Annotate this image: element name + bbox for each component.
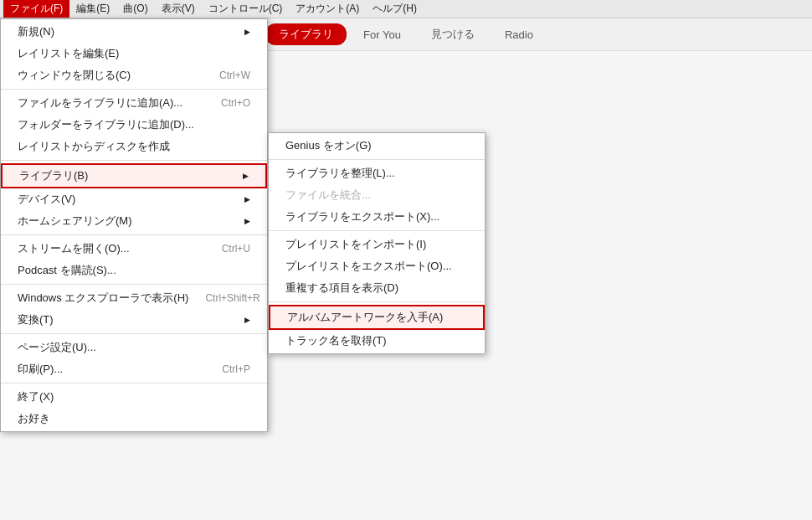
menubar-song[interactable]: 曲(O)	[116, 0, 154, 18]
separator-1	[1, 89, 267, 90]
menu-home-sharing[interactable]: ホームシェアリング(M)	[1, 210, 267, 232]
tab-discover[interactable]: 見つける	[418, 23, 488, 45]
shortcut-open-stream: Ctrl+U	[222, 243, 250, 255]
menu-convert[interactable]: 変換(T)	[1, 309, 267, 331]
submenu-export-library[interactable]: ライブラリをエクスポート(X)...	[269, 206, 485, 228]
menubar-control[interactable]: コントロール(C)	[202, 0, 290, 18]
menu-print[interactable]: 印刷(P)... Ctrl+P	[1, 358, 267, 380]
menu-show-explorer[interactable]: Windows エクスプローラで表示(H) Ctrl+Shift+R	[1, 287, 267, 309]
menu-create-disc[interactable]: レイリストからディスクを作成	[1, 136, 267, 157]
menu-page-setup[interactable]: ページ設定(U)...	[1, 337, 267, 358]
submenu-organize-library[interactable]: ライブラリを整理(L)...	[269, 162, 485, 184]
menubar-edit[interactable]: 編集(E)	[69, 0, 116, 18]
submenu-export-playlist[interactable]: プレイリストをエクスポート(O)...	[269, 255, 485, 277]
separator-2	[1, 160, 267, 161]
tab-library[interactable]: ライブラリ	[265, 23, 347, 45]
submenu-import-playlist[interactable]: プレイリストをインポート(I)	[269, 234, 485, 255]
menu-open-stream[interactable]: ストリームを開く(O)... Ctrl+U	[1, 238, 267, 260]
sub-separator-2	[269, 230, 485, 231]
menu-new[interactable]: 新規(N)	[1, 21, 267, 43]
submenu-get-album-art[interactable]: アルバムアートワークを入手(A)	[269, 305, 485, 330]
menu-edit-playlist[interactable]: レイリストを編集(E)	[1, 43, 267, 64]
menubar-account[interactable]: アカウント(A)	[289, 0, 366, 18]
menu-library[interactable]: ライブラリ(B)	[1, 163, 267, 188]
menubar: ファイル(F) 編集(E) 曲(O) 表示(V) コントロール(C) アカウント…	[0, 0, 812, 18]
menu-close-window[interactable]: ウィンドウを閉じる(C) Ctrl+W	[1, 64, 267, 86]
shortcut-add-file: Ctrl+O	[221, 97, 250, 109]
separator-3	[1, 234, 267, 235]
shortcut-show-explorer: Ctrl+Shift+R	[205, 292, 260, 304]
submenu-show-duplicates[interactable]: 重複する項目を表示(D)	[269, 277, 485, 299]
right-submenu: Genius をオン(G) ライブラリを整理(L)... ファイルを統合... …	[268, 132, 486, 354]
menubar-help[interactable]: ヘルプ(H)	[366, 0, 424, 18]
menu-add-folder[interactable]: フォルダーをライブラリに追加(D)...	[1, 114, 267, 136]
separator-6	[1, 383, 267, 384]
sub-separator-1	[269, 159, 485, 160]
menu-favorites[interactable]: お好き	[1, 408, 267, 430]
tab-for-you[interactable]: For You	[350, 25, 414, 44]
shortcut-close-window: Ctrl+W	[219, 70, 250, 81]
sub-separator-3	[269, 301, 485, 302]
submenu-get-track-names[interactable]: トラック名を取得(T)	[269, 330, 485, 352]
shortcut-print: Ctrl+P	[222, 363, 250, 375]
menu-add-file[interactable]: ファイルをライブラリに追加(A)... Ctrl+O	[1, 92, 267, 114]
menubar-file[interactable]: ファイル(F)	[3, 0, 69, 18]
separator-4	[1, 284, 267, 285]
menu-device[interactable]: デバイス(V)	[1, 188, 267, 210]
tab-radio[interactable]: Radio	[491, 25, 547, 44]
menu-quit[interactable]: 終了(X)	[1, 386, 267, 408]
left-dropdown-menu: 新規(N) レイリストを編集(E) ウィンドウを閉じる(C) Ctrl+W ファ…	[0, 18, 268, 432]
menu-subscribe-podcast[interactable]: Podcast を購読(S)...	[1, 260, 267, 281]
separator-5	[1, 333, 267, 334]
menubar-view[interactable]: 表示(V)	[155, 0, 202, 18]
submenu-genius-on[interactable]: Genius をオン(G)	[269, 135, 485, 157]
submenu-consolidate-files: ファイルを統合...	[269, 184, 485, 206]
